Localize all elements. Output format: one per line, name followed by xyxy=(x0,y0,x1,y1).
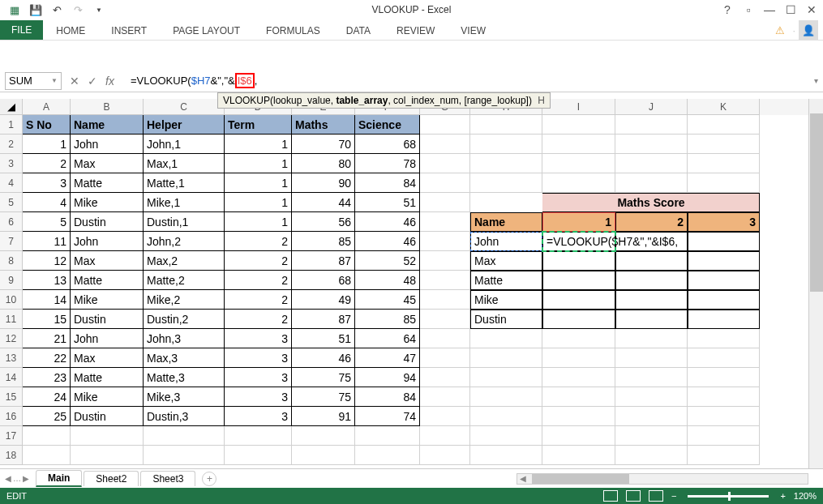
cell-I12[interactable] xyxy=(542,329,615,348)
cell-H2[interactable] xyxy=(470,135,542,154)
cell-D13[interactable]: 3 xyxy=(225,348,292,368)
cell-C10[interactable]: Mike,2 xyxy=(144,290,225,310)
cell-D5[interactable]: 1 xyxy=(225,193,292,212)
cell-I15[interactable] xyxy=(542,387,615,407)
cell-B18[interactable] xyxy=(71,446,144,465)
row-header-13[interactable]: 13 xyxy=(0,348,23,368)
cell-I5[interactable]: Maths Score xyxy=(542,193,615,212)
cell-D15[interactable]: 3 xyxy=(225,387,292,407)
zoom-level[interactable]: 120% xyxy=(794,491,817,501)
cell-B11[interactable]: Dustin xyxy=(71,310,144,329)
cell-I8[interactable] xyxy=(542,251,615,271)
cell-D14[interactable]: 3 xyxy=(225,368,292,387)
cell-C2[interactable]: John,1 xyxy=(144,135,225,154)
cell-J4[interactable] xyxy=(615,173,688,193)
enter-icon[interactable]: ✓ xyxy=(88,75,97,88)
row-header-17[interactable]: 17 xyxy=(0,426,23,446)
cell-A16[interactable]: 25 xyxy=(23,407,71,426)
cell-I3[interactable] xyxy=(542,154,615,173)
cell-G9[interactable] xyxy=(420,271,470,290)
cell-D6[interactable]: 1 xyxy=(225,212,292,232)
cell-C1[interactable]: Helper xyxy=(144,115,225,135)
cell-H10[interactable]: Mike xyxy=(470,290,542,310)
cell-F14[interactable]: 94 xyxy=(355,368,420,387)
cell-G13[interactable] xyxy=(420,348,470,368)
user-icon[interactable]: 👤 xyxy=(799,20,818,40)
row-header-9[interactable]: 9 xyxy=(0,271,23,290)
cell-A11[interactable]: 15 xyxy=(23,310,71,329)
name-box-dropdown-icon[interactable]: ▼ xyxy=(51,77,58,84)
cell-I9[interactable] xyxy=(542,271,615,290)
row-header-12[interactable]: 12 xyxy=(0,329,23,348)
cell-H3[interactable] xyxy=(470,154,542,173)
cell-F13[interactable]: 47 xyxy=(355,348,420,368)
cell-G5[interactable] xyxy=(420,193,470,212)
cell-C7[interactable]: John,2 xyxy=(144,232,225,251)
cell-B14[interactable]: Matte xyxy=(71,368,144,387)
vertical-scroll-thumb[interactable] xyxy=(810,113,823,292)
cell-G3[interactable] xyxy=(420,154,470,173)
cell-G17[interactable] xyxy=(420,426,470,446)
cell-D17[interactable] xyxy=(225,426,292,446)
horizontal-scrollbar[interactable]: ◀ xyxy=(517,473,808,485)
cell-E13[interactable]: 46 xyxy=(292,348,355,368)
cell-I18[interactable] xyxy=(542,446,615,465)
cell-C17[interactable] xyxy=(144,426,225,446)
cell-C6[interactable]: Dustin,1 xyxy=(144,212,225,232)
cell-K11[interactable] xyxy=(688,310,760,329)
cell-B2[interactable]: John xyxy=(71,135,144,154)
sheet-tab-main[interactable]: Main xyxy=(36,470,82,487)
zoom-in-icon[interactable]: + xyxy=(780,491,785,501)
cell-K9[interactable] xyxy=(688,271,760,290)
formula-input[interactable]: =VLOOKUP($H7&","&I$6, ▾ xyxy=(127,72,823,90)
cell-D2[interactable]: 1 xyxy=(225,135,292,154)
cell-E3[interactable]: 80 xyxy=(292,154,355,173)
cell-G7[interactable] xyxy=(420,232,470,251)
cell-E11[interactable]: 87 xyxy=(292,310,355,329)
redo-icon[interactable]: ↷ xyxy=(70,2,86,18)
row-header-1[interactable]: 1 xyxy=(0,115,23,135)
nav-next-icon[interactable]: ▶ xyxy=(23,474,29,483)
cell-E16[interactable]: 91 xyxy=(292,407,355,426)
cell-K12[interactable] xyxy=(688,329,760,348)
cell-A4[interactable]: 3 xyxy=(23,173,71,193)
tab-file[interactable]: FILE xyxy=(0,20,43,40)
tab-page-layout[interactable]: PAGE LAYOUT xyxy=(160,22,253,40)
cell-A14[interactable]: 23 xyxy=(23,368,71,387)
cell-C5[interactable]: Mike,1 xyxy=(144,193,225,212)
cell-D16[interactable]: 3 xyxy=(225,407,292,426)
cell-J12[interactable] xyxy=(615,329,688,348)
tab-view[interactable]: VIEW xyxy=(448,22,499,40)
cell-G2[interactable] xyxy=(420,135,470,154)
cell-A18[interactable] xyxy=(23,446,71,465)
cell-H18[interactable] xyxy=(470,446,542,465)
cell-I14[interactable] xyxy=(542,368,615,387)
cell-H15[interactable] xyxy=(470,387,542,407)
row-header-18[interactable]: 18 xyxy=(0,446,23,465)
tab-review[interactable]: REVIEW xyxy=(384,22,448,40)
cell-B16[interactable]: Dustin xyxy=(71,407,144,426)
cell-E17[interactable] xyxy=(292,426,355,446)
cell-J6[interactable]: 2 xyxy=(615,212,688,232)
cell-C14[interactable]: Matte,3 xyxy=(144,368,225,387)
cell-H16[interactable] xyxy=(470,407,542,426)
cell-B5[interactable]: Mike xyxy=(71,193,144,212)
zoom-thumb[interactable] xyxy=(728,492,731,501)
row-header-4[interactable]: 4 xyxy=(0,173,23,193)
cell-C13[interactable]: Max,3 xyxy=(144,348,225,368)
col-header-A[interactable]: A xyxy=(23,99,71,115)
cell-H17[interactable] xyxy=(470,426,542,446)
cell-D10[interactable]: 2 xyxy=(225,290,292,310)
cell-K7[interactable] xyxy=(688,232,760,251)
cell-F2[interactable]: 68 xyxy=(355,135,420,154)
formula-expand-icon[interactable]: ▾ xyxy=(814,76,818,85)
cell-B17[interactable] xyxy=(71,426,144,446)
cell-J8[interactable] xyxy=(615,251,688,271)
cell-A17[interactable] xyxy=(23,426,71,446)
cell-C16[interactable]: Dustin,3 xyxy=(144,407,225,426)
cell-G14[interactable] xyxy=(420,368,470,387)
hscroll-left-icon[interactable]: ◀ xyxy=(517,474,529,483)
cell-B13[interactable]: Max xyxy=(71,348,144,368)
tab-home[interactable]: HOME xyxy=(43,22,98,40)
vertical-scrollbar[interactable] xyxy=(808,99,823,468)
